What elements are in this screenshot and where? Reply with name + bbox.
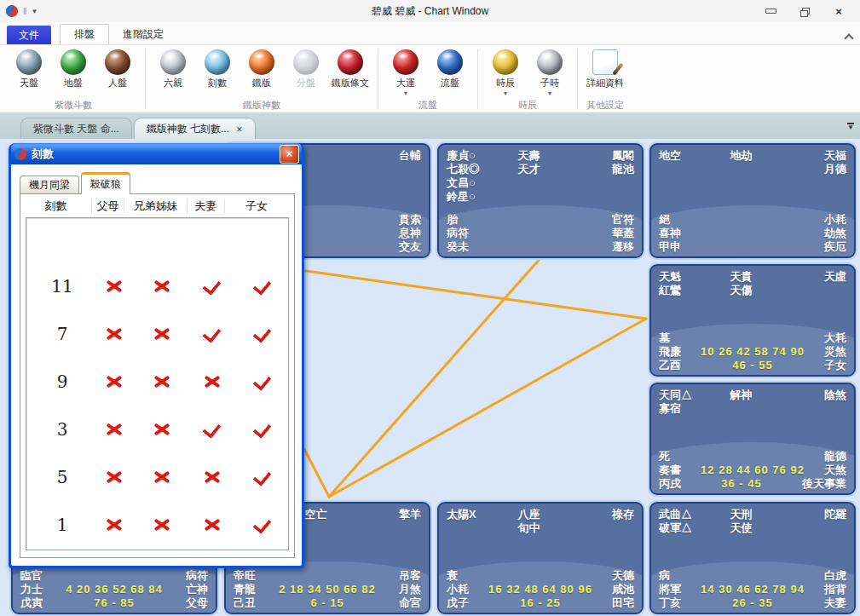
ribbon-button-詳細資料[interactable]: 詳細資料	[585, 48, 626, 98]
decade-numbers: 6 - 15	[310, 596, 343, 610]
palace-cell[interactable]: 天同△寡宿解神陰煞死龍德奏書12 28 44 60 76 92天煞丙戌36 - …	[649, 383, 856, 495]
chevron-up-icon[interactable]	[845, 34, 853, 39]
ribbon-button-label: 鐵版	[252, 77, 271, 89]
column-header: 子女	[225, 199, 288, 214]
ribbon-group: 六親刻數鐵版分盤鐵版條文鐵版神數	[147, 45, 376, 112]
palace-right-label: 華蓋	[612, 227, 634, 240]
palace-cell[interactable]: 廉貞○七殺◎文昌○鈴星○天壽天才鳳閣龍池胎官符病符華蓋癸未遷移	[437, 143, 644, 258]
star-list: 天貴天傷	[730, 270, 824, 297]
sphere-yellow-icon	[493, 49, 518, 75]
palace-left-label: 將軍	[659, 583, 681, 596]
dialog-tab-page: 刻數父母兄弟姊妹夫妻子女 1179351	[20, 193, 295, 558]
star-list: 台輔	[399, 149, 421, 176]
star-name: 天壽	[518, 149, 612, 163]
ribbon-button-六親[interactable]: 六親	[153, 48, 193, 98]
ribbon-group-label: 紫微斗數	[55, 99, 92, 112]
ribbon-button-天盤[interactable]: 天盤	[9, 48, 49, 98]
ribbon-group-label: 鐵版神數	[243, 99, 280, 112]
ribbon-button-時辰[interactable]: 時辰▾	[485, 48, 526, 98]
star-name: 武曲△	[659, 508, 730, 521]
decade-numbers: 10 26 42 58 74 90	[701, 345, 805, 359]
x-mark-icon	[193, 373, 231, 390]
palace-left-label: 乙酉	[659, 359, 681, 372]
close-button[interactable]: ×	[828, 3, 850, 19]
palace-right-label: 後天事業	[802, 477, 846, 491]
star-list: 天虛	[824, 270, 846, 297]
star-name: 解神	[730, 389, 824, 402]
star-name: 天才	[518, 163, 612, 176]
title-bar: ‖ ▼ 碧威 碧威 - Chart Window ×	[0, 0, 860, 23]
star-name: 廉貞○	[447, 149, 518, 163]
palace-left-label: 力士	[20, 583, 43, 596]
star-name: 地劫	[730, 149, 824, 163]
ribbon-button-大運[interactable]: 大運▾	[385, 48, 426, 98]
decade-numbers: 16 - 25	[520, 596, 560, 610]
star-list: 陀羅	[824, 508, 846, 535]
window-title: 碧威 碧威 - Chart Window	[0, 4, 860, 19]
dialog-tab-jiyuetongliang[interactable]: 機月同梁	[20, 176, 79, 193]
star-list: 地空	[659, 149, 730, 176]
x-mark-icon	[130, 516, 193, 533]
ribbon-button-刻數[interactable]: 刻數	[197, 48, 238, 98]
star-list: 祿存	[612, 508, 634, 535]
group-separator	[145, 49, 146, 109]
tab-close-icon[interactable]: ×	[236, 124, 243, 135]
palace-cell[interactable]: 地空地劫天福月德絕小耗喜神劫煞甲申疾厄	[649, 143, 856, 258]
column-header: 刻數	[20, 199, 92, 214]
star-list: 鳳閣龍池	[612, 149, 634, 204]
ribbon-button-人盤[interactable]: 人盤	[97, 48, 138, 98]
decade-numbers: 2 18 34 50 66 82	[279, 583, 376, 596]
dialog-title-bar[interactable]: 刻數 ×	[11, 143, 302, 164]
star-name: 天虛	[824, 270, 846, 284]
palace-cell[interactable]: 太陽X八座旬中祿存衰天德小耗16 32 48 64 80 96咸池戊子16 - …	[437, 502, 644, 614]
decade-numbers: 12 28 44 60 76 92	[701, 463, 805, 477]
star-name: 天傷	[730, 284, 824, 297]
ribbon-button-鐵版條文[interactable]: 鐵版條文	[330, 48, 371, 98]
palace-right-label: 吊客	[399, 569, 421, 583]
star-name: 地空	[659, 149, 730, 163]
star-name: 天使	[730, 521, 824, 535]
tab-paipan[interactable]: 排盤	[60, 24, 109, 44]
star-list: 天魁紅鸞	[659, 270, 730, 297]
sphere-darkred-icon	[393, 49, 418, 75]
dialog-close-button[interactable]: ×	[280, 145, 299, 164]
sphere-lightblue-icon	[205, 49, 230, 75]
tab-advanced-settings[interactable]: 進階設定	[109, 25, 177, 44]
star-list: 天福月德	[824, 149, 846, 176]
palace-left-label: 胎	[447, 213, 458, 227]
star-name: 陀羅	[824, 508, 846, 521]
table-row: 5	[26, 453, 288, 501]
palace-left-label: 甲申	[659, 240, 681, 254]
column-header: 兄弟姊妹	[124, 199, 188, 214]
x-mark-icon	[98, 278, 130, 295]
palace-cell[interactable]: 天魁紅鸞天貴天傷天虛墓大耗飛廉10 26 42 58 74 90災煞乙酉46 -…	[649, 264, 856, 377]
decade-numbers: 26 - 35	[732, 596, 772, 610]
ribbon-button-流盤[interactable]: 流盤	[430, 48, 470, 98]
tab-list-dropdown-icon[interactable]: ▼	[847, 123, 854, 132]
star-list: 天同△寡宿	[659, 389, 730, 416]
star-list: 陰煞	[824, 389, 846, 416]
palace-right-label: 遷移	[612, 240, 634, 254]
palace-right-label: 貫索	[399, 213, 421, 227]
palace-cell[interactable]: 武曲△破軍△天刑天使陀羅病白虎將軍14 30 46 62 78 94指背丁亥26…	[649, 502, 856, 614]
palace-left-label: 病符	[447, 227, 469, 240]
ribbon-button-鐵版[interactable]: 鐵版	[241, 48, 282, 98]
restore-button[interactable]	[794, 3, 816, 19]
ribbon-button-label: 人盤	[108, 77, 127, 89]
doc-tab[interactable]: 紫微斗數 天盤 命...	[20, 118, 132, 139]
decade-numbers: 4 20 36 52 68 84	[66, 583, 163, 596]
ribbon-button-地盤[interactable]: 地盤	[53, 48, 94, 98]
palace-left-label: 癸未	[447, 240, 469, 254]
minimize-button[interactable]	[759, 3, 782, 19]
ribbon-button-子時[interactable]: 子時▾	[529, 48, 570, 98]
palace-right-label: 月煞	[399, 583, 421, 596]
palace-right-label: 官符	[612, 213, 634, 227]
palace-right-label: 交友	[399, 240, 421, 254]
tab-file[interactable]: 文件	[7, 26, 51, 44]
dialog-tab-shapolang[interactable]: 殺破狼	[81, 172, 130, 194]
column-header: 夫妻	[188, 199, 225, 214]
doc-tab[interactable]: 鐵版神數 七刻數...×	[134, 118, 256, 139]
ribbon-group: 時辰▾子時▾時辰	[480, 45, 575, 112]
ribbon-group-label: 時辰	[518, 99, 537, 112]
ribbon-button-label: 地盤	[64, 77, 83, 89]
